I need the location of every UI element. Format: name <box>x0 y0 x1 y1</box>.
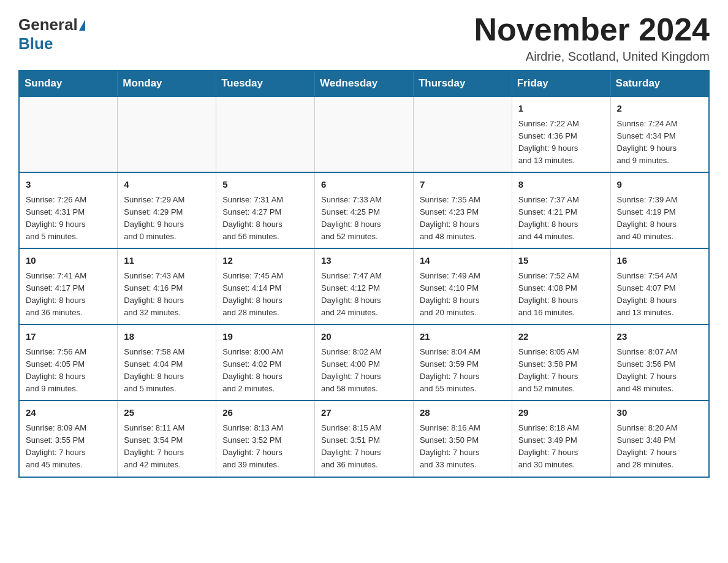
day-info: Sunrise: 8:00 AMSunset: 4:02 PMDaylight:… <box>222 346 308 396</box>
day-number: 14 <box>420 254 506 268</box>
day-info: Sunrise: 7:52 AMSunset: 4:08 PMDaylight:… <box>518 270 604 320</box>
calendar-day-cell: 22Sunrise: 8:05 AMSunset: 3:58 PMDayligh… <box>512 324 610 400</box>
day-number: 23 <box>617 330 702 344</box>
calendar-day-cell: 26Sunrise: 8:13 AMSunset: 3:52 PMDayligh… <box>216 400 315 477</box>
logo-blue-text: Blue <box>18 34 53 53</box>
day-of-week-header: Wednesday <box>315 71 414 96</box>
calendar-day-cell: 18Sunrise: 7:58 AMSunset: 4:04 PMDayligh… <box>118 324 216 400</box>
day-number: 27 <box>321 406 407 420</box>
calendar-table: SundayMondayTuesdayWednesdayThursdayFrid… <box>18 70 710 477</box>
day-number: 20 <box>321 330 407 344</box>
day-number: 9 <box>617 178 702 192</box>
day-info: Sunrise: 8:07 AMSunset: 3:56 PMDaylight:… <box>617 346 702 396</box>
day-number: 6 <box>321 178 407 192</box>
day-of-week-header: Sunday <box>19 71 118 96</box>
day-of-week-header: Saturday <box>610 71 709 96</box>
day-info: Sunrise: 7:24 AMSunset: 4:34 PMDaylight:… <box>617 118 702 167</box>
day-number: 13 <box>321 254 407 268</box>
day-info: Sunrise: 7:29 AMSunset: 4:29 PMDaylight:… <box>124 194 210 243</box>
calendar-week-row: 17Sunrise: 7:56 AMSunset: 4:05 PMDayligh… <box>19 324 709 400</box>
calendar-day-cell: 7Sunrise: 7:35 AMSunset: 4:23 PMDaylight… <box>413 172 512 248</box>
calendar-day-cell: 19Sunrise: 8:00 AMSunset: 4:02 PMDayligh… <box>216 324 315 400</box>
logo-general-text: General <box>18 15 78 34</box>
day-info: Sunrise: 8:05 AMSunset: 3:58 PMDaylight:… <box>518 346 604 396</box>
day-number: 16 <box>617 254 702 268</box>
day-number: 25 <box>124 406 210 420</box>
day-info: Sunrise: 8:18 AMSunset: 3:49 PMDaylight:… <box>518 422 604 472</box>
day-info: Sunrise: 8:15 AMSunset: 3:51 PMDaylight:… <box>321 422 407 472</box>
calendar-week-row: 10Sunrise: 7:41 AMSunset: 4:17 PMDayligh… <box>19 248 709 324</box>
calendar-day-cell <box>19 96 118 172</box>
location-subtitle: Airdrie, Scotland, United Kingdom <box>474 50 710 64</box>
day-number: 19 <box>222 330 308 344</box>
day-number: 3 <box>26 178 111 192</box>
day-info: Sunrise: 8:16 AMSunset: 3:50 PMDaylight:… <box>420 422 506 472</box>
calendar-day-cell: 20Sunrise: 8:02 AMSunset: 4:00 PMDayligh… <box>315 324 414 400</box>
calendar-header-row: SundayMondayTuesdayWednesdayThursdayFrid… <box>19 71 709 96</box>
day-of-week-header: Monday <box>118 71 216 96</box>
calendar-week-row: 1Sunrise: 7:22 AMSunset: 4:36 PMDaylight… <box>19 96 709 172</box>
day-number: 17 <box>26 330 111 344</box>
day-number: 28 <box>420 406 506 420</box>
day-number: 1 <box>518 102 604 116</box>
day-of-week-header: Tuesday <box>216 71 315 96</box>
day-info: Sunrise: 7:33 AMSunset: 4:25 PMDaylight:… <box>321 194 407 243</box>
calendar-day-cell: 1Sunrise: 7:22 AMSunset: 4:36 PMDaylight… <box>512 96 610 172</box>
day-number: 24 <box>26 406 111 420</box>
calendar-day-cell: 9Sunrise: 7:39 AMSunset: 4:19 PMDaylight… <box>610 172 709 248</box>
day-info: Sunrise: 7:58 AMSunset: 4:04 PMDaylight:… <box>124 346 210 396</box>
calendar-day-cell: 27Sunrise: 8:15 AMSunset: 3:51 PMDayligh… <box>315 400 414 477</box>
logo-triangle-icon <box>79 20 85 31</box>
day-info: Sunrise: 7:37 AMSunset: 4:21 PMDaylight:… <box>518 194 604 243</box>
month-title: November 2024 <box>474 12 710 47</box>
day-info: Sunrise: 7:26 AMSunset: 4:31 PMDaylight:… <box>26 194 111 243</box>
calendar-day-cell: 25Sunrise: 8:11 AMSunset: 3:54 PMDayligh… <box>118 400 216 477</box>
day-number: 11 <box>124 254 210 268</box>
day-number: 4 <box>124 178 210 192</box>
day-info: Sunrise: 8:20 AMSunset: 3:48 PMDaylight:… <box>617 422 702 472</box>
day-info: Sunrise: 7:39 AMSunset: 4:19 PMDaylight:… <box>617 194 702 243</box>
day-number: 29 <box>518 406 604 420</box>
calendar-day-cell: 24Sunrise: 8:09 AMSunset: 3:55 PMDayligh… <box>19 400 118 477</box>
day-number: 30 <box>617 406 702 420</box>
day-info: Sunrise: 7:31 AMSunset: 4:27 PMDaylight:… <box>222 194 308 243</box>
calendar-week-row: 3Sunrise: 7:26 AMSunset: 4:31 PMDaylight… <box>19 172 709 248</box>
day-number: 10 <box>26 254 111 268</box>
calendar-day-cell: 17Sunrise: 7:56 AMSunset: 4:05 PMDayligh… <box>19 324 118 400</box>
day-info: Sunrise: 7:49 AMSunset: 4:10 PMDaylight:… <box>420 270 506 320</box>
day-info: Sunrise: 7:22 AMSunset: 4:36 PMDaylight:… <box>518 118 604 167</box>
day-number: 15 <box>518 254 604 268</box>
calendar-day-cell: 8Sunrise: 7:37 AMSunset: 4:21 PMDaylight… <box>512 172 610 248</box>
page-header: General Blue November 2024 Airdrie, Scot… <box>18 12 710 64</box>
day-number: 26 <box>222 406 308 420</box>
day-info: Sunrise: 7:41 AMSunset: 4:17 PMDaylight:… <box>26 270 111 320</box>
day-info: Sunrise: 8:09 AMSunset: 3:55 PMDaylight:… <box>26 422 111 472</box>
calendar-day-cell: 5Sunrise: 7:31 AMSunset: 4:27 PMDaylight… <box>216 172 315 248</box>
day-number: 8 <box>518 178 604 192</box>
calendar-day-cell: 28Sunrise: 8:16 AMSunset: 3:50 PMDayligh… <box>413 400 512 477</box>
calendar-day-cell: 29Sunrise: 8:18 AMSunset: 3:49 PMDayligh… <box>512 400 610 477</box>
calendar-day-cell: 21Sunrise: 8:04 AMSunset: 3:59 PMDayligh… <box>413 324 512 400</box>
calendar-day-cell <box>118 96 216 172</box>
calendar-day-cell: 12Sunrise: 7:45 AMSunset: 4:14 PMDayligh… <box>216 248 315 324</box>
day-info: Sunrise: 7:47 AMSunset: 4:12 PMDaylight:… <box>321 270 407 320</box>
day-info: Sunrise: 8:02 AMSunset: 4:00 PMDaylight:… <box>321 346 407 396</box>
day-of-week-header: Thursday <box>413 71 512 96</box>
calendar-day-cell: 14Sunrise: 7:49 AMSunset: 4:10 PMDayligh… <box>413 248 512 324</box>
day-number: 22 <box>518 330 604 344</box>
day-number: 18 <box>124 330 210 344</box>
calendar-day-cell <box>216 96 315 172</box>
calendar-day-cell: 2Sunrise: 7:24 AMSunset: 4:34 PMDaylight… <box>610 96 709 172</box>
calendar-day-cell: 4Sunrise: 7:29 AMSunset: 4:29 PMDaylight… <box>118 172 216 248</box>
day-info: Sunrise: 8:11 AMSunset: 3:54 PMDaylight:… <box>124 422 210 472</box>
logo: General Blue <box>18 12 86 53</box>
calendar-day-cell <box>413 96 512 172</box>
day-number: 21 <box>420 330 506 344</box>
day-info: Sunrise: 8:13 AMSunset: 3:52 PMDaylight:… <box>222 422 308 472</box>
day-info: Sunrise: 7:56 AMSunset: 4:05 PMDaylight:… <box>26 346 111 396</box>
day-of-week-header: Friday <box>512 71 610 96</box>
title-block: November 2024 Airdrie, Scotland, United … <box>474 12 710 64</box>
day-number: 2 <box>617 102 702 116</box>
day-number: 7 <box>420 178 506 192</box>
calendar-day-cell: 13Sunrise: 7:47 AMSunset: 4:12 PMDayligh… <box>315 248 414 324</box>
